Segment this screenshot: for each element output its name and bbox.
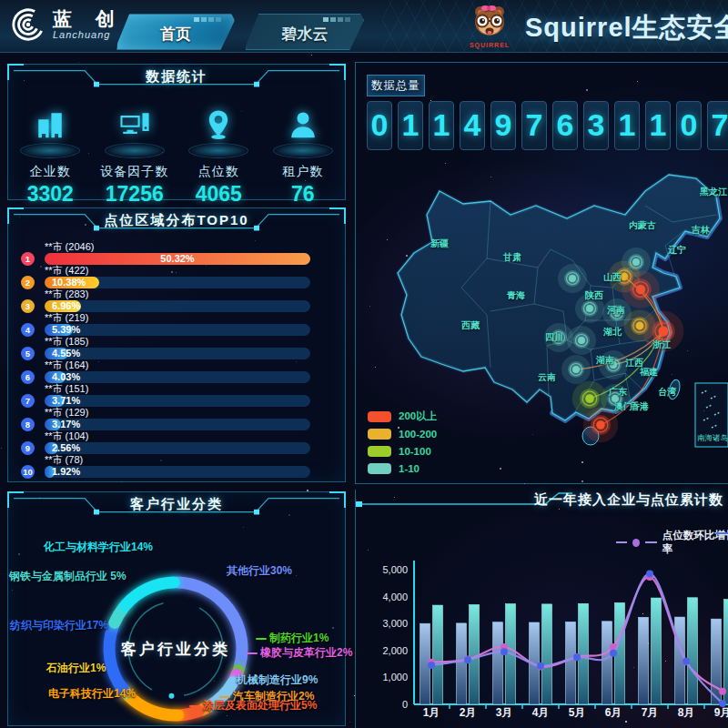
donut-slice	[126, 582, 174, 605]
building-icon	[8, 99, 93, 141]
top10-row: **市 (151)73.71%	[21, 383, 332, 407]
top10-row: **市 (185)54.55%	[21, 336, 332, 359]
stat-label: 点位数	[177, 164, 261, 180]
counter-digit: 6	[552, 101, 578, 150]
map-legend-item[interactable]: 100-200	[368, 425, 437, 442]
stat-points: 点位数 4065	[177, 99, 261, 207]
donut-label: 纺织与印染行业17%	[10, 618, 108, 633]
location-pin-icon	[177, 99, 261, 141]
top10-bar-track: 50.32%	[45, 253, 310, 265]
province-label-河南: 河南	[607, 305, 625, 315]
y-axis-tick: 0	[402, 699, 408, 710]
mascot-caption: SQUIRREL	[460, 42, 519, 48]
province-label-内蒙古: 内蒙古	[629, 220, 656, 230]
map-heat-dot	[622, 270, 660, 308]
trend-line-dot	[537, 662, 544, 670]
trend-bar-series2	[542, 604, 552, 704]
province-label-青海: 青海	[506, 290, 525, 300]
donut-label: 钢铁与金属制品行业 5%	[9, 569, 126, 584]
province-label-湖北: 湖北	[602, 327, 622, 337]
top10-percent-label: 4.03%	[52, 371, 80, 383]
y-axis-tick: 2,000	[382, 645, 408, 656]
top10-city-label: **市 (283)	[45, 288, 88, 299]
top10-bar-track: 5.39%	[45, 324, 310, 336]
donut-label: 机械制造行业9%	[237, 672, 318, 688]
south-sea-inset: 南海诸岛	[695, 383, 728, 447]
province-label-山西: 山西	[603, 272, 622, 282]
counter-digit: 0	[367, 101, 392, 150]
top10-bar-track: 3.71%	[45, 395, 310, 407]
donut-label: 化工与材料学行业14%	[44, 540, 153, 555]
industry-panel: 客户行业分类 客户行业分类 其他行业30%制药行业1%橡胶与皮革行业2%机械制造…	[7, 491, 346, 726]
tab-home[interactable]: 首页	[116, 14, 235, 50]
trend-panel: 近一年接入企业与点位累计数 点位数环比增长率 01,0002,0003,0004…	[355, 490, 728, 728]
map-legend-item[interactable]: 200以上	[368, 408, 437, 425]
top10-panel-header: 点位区域分布TOP10	[8, 208, 345, 238]
rank-badge: 9	[21, 441, 35, 455]
stat-base-glow	[273, 143, 333, 158]
top10-bar-list: **市 (2046)150.32%**市 (422)210.38%**市 (28…	[8, 238, 345, 478]
top10-city-label: **市 (185)	[45, 336, 88, 347]
province-label-澳门: 澳门	[613, 401, 632, 411]
stat-enterprises: 企业数 3302	[8, 99, 93, 207]
map-heat-dot	[558, 264, 587, 293]
tab-bishuiyun[interactable]: 碧水云	[246, 14, 364, 50]
rank-badge: 8	[21, 418, 35, 431]
rank-badge: 7	[21, 394, 35, 408]
trend-line-dot	[719, 688, 726, 695]
top10-percent-label: 6.96%	[52, 300, 80, 312]
province-label-吉林: 吉林	[691, 225, 711, 235]
top10-percent-label: 50.32%	[160, 253, 194, 265]
rank-badge: 1	[21, 252, 35, 266]
x-axis-month-label: 8月	[678, 706, 695, 719]
donut-label: 制药行业1%	[256, 631, 329, 646]
top10-row: **市 (283)36.96%	[21, 288, 332, 312]
counter-digit: 4	[460, 101, 485, 150]
x-axis-month-label: 4月	[532, 706, 550, 719]
province-label-香港: 香港	[630, 401, 649, 411]
top10-row: **市 (129)83.17%	[21, 407, 332, 430]
tab-bishuiyun-label: 碧水云	[282, 24, 329, 45]
province-label-台湾: 台湾	[658, 387, 677, 397]
logo-text-cn: 蓝 创	[53, 9, 124, 29]
tab-chips-decoration	[194, 17, 221, 22]
x-axis-month-label: 5月	[569, 706, 586, 719]
stats-panel: 数据统计 企业数 3302 设备因子数 17256 点位数 4065	[7, 64, 346, 200]
top10-row: **市 (2046)150.32%	[21, 241, 332, 265]
rank-badge: 5	[21, 347, 35, 360]
top10-row: **市 (422)210.38%	[21, 265, 332, 288]
map-legend-item[interactable]: 10-100	[368, 442, 437, 460]
top10-percent-label: 10.38%	[52, 277, 86, 288]
stat-device-factors: 设备因子数 17256	[93, 99, 177, 207]
map-legend: 200以上100-20010-1001-10	[368, 408, 437, 477]
top10-bar-track: 4.55%	[45, 348, 310, 359]
device-icon	[93, 99, 177, 141]
industry-panel-title: 客户行业分类	[8, 496, 345, 513]
counter-digit: 9	[490, 101, 516, 150]
trend-bar-series2	[433, 605, 443, 704]
trend-bar-series2	[652, 598, 662, 704]
trend-bar-series1	[493, 622, 503, 704]
top10-panel-title: 点位区域分布TOP10	[8, 212, 345, 229]
top10-row: **市 (78)101.92%	[21, 454, 332, 478]
stat-value: 17256	[93, 182, 177, 207]
top10-percent-label: 1.92%	[52, 466, 80, 478]
trend-line-dot	[610, 650, 617, 657]
trend-line-dot	[428, 662, 435, 669]
squirrel-icon	[470, 4, 510, 40]
donut-label: 涂层及表面处理行业5%	[189, 698, 317, 713]
nav-tabs: 首页 碧水云	[116, 14, 364, 50]
trend-combo-chart: 01,0002,0003,0004,0005,0001月2月3月4月5月6月7月…	[356, 490, 728, 728]
trend-line-dot	[500, 648, 508, 655]
top10-city-label: **市 (164)	[45, 359, 88, 370]
top10-city-label: **市 (2046)	[45, 241, 94, 252]
map-legend-item[interactable]: 1-10	[368, 460, 437, 477]
trend-bar-series1	[602, 622, 612, 704]
province-label-辽宁: 辽宁	[668, 245, 686, 255]
province-label-浙江: 浙江	[652, 339, 672, 349]
squirrel-mascot: SQUIRREL	[460, 4, 519, 48]
donut-label: 石油行业1%	[46, 661, 106, 676]
legend-swatch	[368, 463, 391, 474]
top10-row: **市 (104)92.56%	[21, 430, 332, 454]
donut-label: 其他行业30%	[227, 563, 292, 579]
